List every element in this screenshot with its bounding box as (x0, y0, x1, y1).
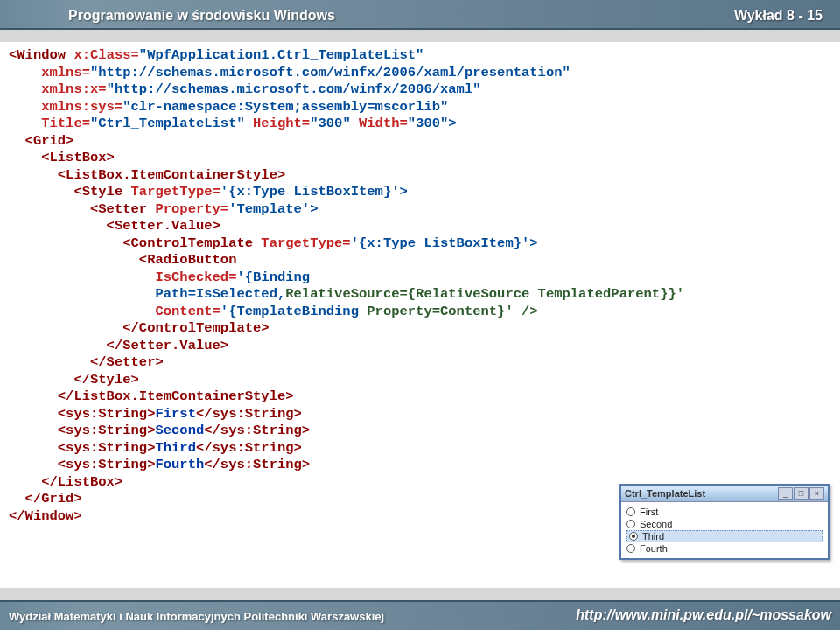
code-token: <ControlTemplate (9, 235, 261, 251)
slide-title: Programowanie w środowisku Windows (68, 8, 335, 24)
code-token: Second (155, 423, 204, 438)
code-token: </Grid> (9, 491, 82, 507)
code-token: Title= (9, 116, 90, 131)
code-token: IsChecked= (9, 270, 236, 285)
code-token: </sys:String> (196, 406, 302, 422)
code-token: "300"> (408, 116, 457, 131)
code-token: "http://schemas.microsoft.com/winfx/2006… (107, 81, 481, 97)
close-icon[interactable]: × (809, 487, 824, 500)
footer-strip (0, 588, 840, 600)
code-token: Width= (359, 116, 408, 131)
mini-window-controls: _ □ × (778, 487, 824, 500)
code-token: Path=IsSelected, (9, 286, 285, 302)
code-token: </ListBox.ItemContainerStyle> (9, 388, 294, 404)
code-block: <Window x:Class="WpfApplication1.Ctrl_Te… (9, 47, 831, 525)
code-token: Fourth (155, 457, 204, 472)
code-token: </sys:String> (204, 457, 310, 472)
code-token: RelativeSource={RelativeSource Templated… (285, 286, 684, 302)
code-token: </sys:String> (204, 423, 310, 438)
list-item-label: First (640, 507, 658, 517)
mini-titlebar[interactable]: Ctrl_TemplateList _ □ × (621, 486, 828, 502)
code-token: </Setter.Value> (9, 338, 228, 354)
code-token: Height= (253, 116, 310, 131)
code-token: <Style (9, 184, 131, 200)
radio-icon[interactable] (626, 508, 635, 516)
code-token: xmlns:x= (9, 81, 107, 97)
footer-department: Wydział Matematyki i Nauk Informacyjnych… (9, 610, 384, 623)
code-token: Content= (9, 304, 220, 319)
code-token: </ListBox> (9, 474, 122, 490)
slide-number: Wykład 8 - 15 (734, 8, 822, 24)
code-token: <Window (9, 47, 74, 63)
code-token: "300" (310, 116, 359, 131)
code-token: </ControlTemplate> (9, 320, 270, 336)
list-item[interactable]: First (626, 506, 822, 518)
code-token: <sys:String> (9, 440, 155, 456)
code-token: </sys:String> (196, 440, 302, 456)
mini-listbox[interactable]: First Second Third Fourth (621, 502, 828, 558)
code-token: '{Binding (236, 270, 310, 285)
code-token: xmlns= (9, 65, 90, 80)
code-token: TargetType= (131, 184, 220, 200)
list-item[interactable]: Third (626, 530, 822, 542)
code-token: "WpfApplication1.Ctrl_TemplateList" (139, 47, 424, 63)
footer-url: http://www.mini.pw.edu.pl/~mossakow (576, 607, 831, 623)
code-token: <ListBox.ItemContainerStyle> (9, 167, 285, 183)
code-token: <sys:String> (9, 457, 155, 472)
mini-window: Ctrl_TemplateList _ □ × First Second Thi… (620, 484, 830, 560)
code-token: '{TemplateBinding (220, 304, 367, 319)
list-item-label: Third (642, 531, 664, 542)
list-item-label: Second (640, 519, 672, 529)
code-token: <Setter.Value> (9, 218, 220, 234)
list-item[interactable]: Fourth (626, 542, 822, 555)
code-token: Property= (155, 201, 228, 217)
code-token: </Setter> (9, 354, 164, 370)
radio-icon[interactable] (626, 544, 635, 553)
minimize-icon[interactable]: _ (778, 487, 793, 500)
list-item-label: Fourth (640, 543, 668, 554)
code-token: Property=Content}' /> (367, 304, 537, 319)
code-token: <sys:String> (9, 406, 155, 422)
code-token: First (155, 406, 196, 422)
code-token: <RadioButton (9, 252, 236, 268)
maximize-icon[interactable]: □ (794, 487, 808, 500)
code-token: x:Class= (74, 47, 138, 63)
code-token: 'Template'> (228, 201, 318, 217)
code-token: </Window> (9, 508, 82, 524)
radio-icon[interactable] (629, 532, 638, 541)
code-token: <ListBox> (9, 150, 115, 165)
code-token: "clr-namespace:System;assembly=mscorlib" (122, 99, 448, 115)
mini-window-title: Ctrl_TemplateList (625, 488, 705, 499)
code-token: </Style> (9, 372, 139, 388)
radio-icon[interactable] (626, 520, 635, 528)
code-token: <Grid> (9, 133, 74, 149)
header-strip (0, 30, 840, 42)
list-item[interactable]: Second (626, 518, 822, 530)
code-token: '{x:Type ListBoxItem}'> (351, 235, 538, 251)
code-token: TargetType= (261, 235, 350, 251)
code-token: '{x:Type ListBoxItem}'> (220, 184, 408, 200)
code-token: <Setter (9, 201, 155, 217)
code-token: "Ctrl_TemplateList" (90, 116, 253, 131)
code-token: Third (155, 440, 196, 456)
code-token: xmlns:sys= (9, 99, 122, 115)
code-token: "http://schemas.microsoft.com/winfx/2006… (90, 65, 570, 80)
code-token: <sys:String> (9, 423, 155, 438)
